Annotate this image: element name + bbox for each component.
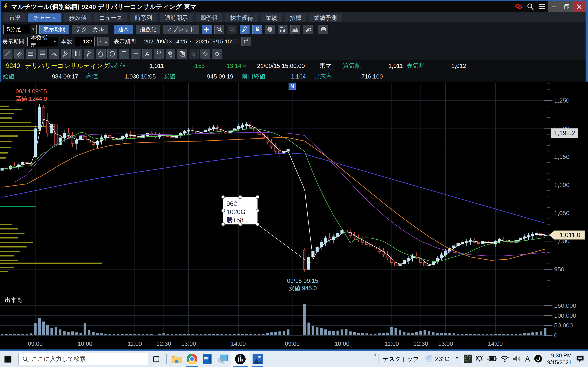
interval-dropdown[interactable]: 5分足 ▼: [3, 25, 36, 34]
tab-市況[interactable]: 市況: [4, 13, 26, 22]
hand-drag-tool-icon[interactable]: [189, 49, 199, 58]
trendline-tool-icon[interactable]: [3, 49, 12, 58]
zoom-out-icon[interactable]: [227, 25, 237, 34]
svg-text:高値 1244.0: 高値 1244.0: [15, 95, 47, 102]
led-tray-icon[interactable]: [463, 354, 472, 364]
tab-業績[interactable]: 業績: [261, 13, 282, 22]
technical-button[interactable]: テクニカル: [72, 25, 108, 34]
parallel-lines-tool-icon[interactable]: [14, 49, 24, 58]
chart-canvas[interactable]: 9501,0001,0501,1001,1501,2001,250050,000…: [0, 82, 588, 350]
count-decrement-button[interactable]: ▼: [97, 37, 103, 46]
start-button[interactable]: [0, 351, 16, 367]
bar-count-input[interactable]: 132: [75, 37, 95, 46]
desktop-toolbar-label[interactable]: デスクトップ: [383, 355, 419, 363]
period-mode-dropdown[interactable]: 本数指定 ▼: [27, 37, 58, 46]
count-increment-button[interactable]: ▲: [103, 37, 109, 46]
horizontal-lines3-tool-icon[interactable]: [26, 49, 36, 58]
tab-業績予測[interactable]: 業績予測: [309, 13, 342, 22]
zoom-in-icon[interactable]: [214, 25, 224, 34]
svg-text:950: 950: [554, 266, 564, 273]
yen-icon[interactable]: ¥: [252, 25, 262, 34]
tab-bar: 市況チャート歩み値ニュース時系列適時開示四季報株主優待業績指標業績予測: [1, 12, 586, 23]
menu-icon[interactable]: [536, 1, 548, 12]
icon-stamp-tool-icon[interactable]: icon: [154, 49, 164, 58]
svg-text:1,011.0: 1,011.0: [560, 231, 580, 239]
taskbar-separator: [166, 354, 167, 364]
snip-search-icon[interactable]: [215, 351, 231, 367]
normal-mode-button[interactable]: 通常: [114, 25, 133, 34]
text-tool-icon[interactable]: A: [142, 49, 152, 58]
stock-name: デリバリーコンサルティング: [25, 60, 109, 71]
restore-button[interactable]: [560, 1, 573, 12]
chrome-icon[interactable]: [184, 351, 200, 367]
time-marker-tool-icon[interactable]: [165, 49, 175, 58]
camera-tray-icon[interactable]: [475, 355, 484, 363]
low-value: 945 09:19: [195, 71, 233, 82]
svg-text:11:00: 11:00: [384, 341, 399, 347]
tab-チャート[interactable]: チャート: [28, 13, 61, 22]
tab-ニュース[interactable]: ニュース: [94, 13, 127, 22]
link-group-icon[interactable]: 1: [513, 1, 525, 12]
wifi-tray-icon[interactable]: [500, 355, 509, 363]
minimize-button[interactable]: [548, 1, 560, 12]
indexed-mode-button[interactable]: 指数化: [136, 25, 160, 34]
print-icon[interactable]: [319, 25, 328, 34]
horizontal-segment-tool-icon[interactable]: [131, 49, 140, 58]
prev-close-value: 1,164: [278, 71, 306, 82]
ime-letter-icon[interactable]: A: [525, 355, 530, 363]
display-period-button[interactable]: 表示期間: [39, 25, 69, 34]
clock-date: 9/15/2021: [547, 359, 572, 366]
tab-株主優待[interactable]: 株主優待: [225, 13, 258, 22]
close-button[interactable]: [573, 1, 586, 12]
tab-適時開示[interactable]: 適時開示: [160, 13, 193, 22]
file-explorer-icon[interactable]: [169, 351, 184, 367]
action-center-icon[interactable]: [576, 354, 584, 364]
pentagon-tool-icon[interactable]: [96, 49, 105, 58]
speed-lines-tool-icon[interactable]: [84, 49, 94, 58]
svg-text:1: 1: [522, 7, 523, 11]
temperature-label[interactable]: 23°C: [435, 355, 449, 363]
tab-指標[interactable]: 指標: [285, 13, 306, 22]
weather-icon[interactable]: [424, 355, 433, 364]
trading-app-icon[interactable]: R: [231, 351, 250, 367]
my-chart-icon[interactable]: MY: [278, 25, 287, 34]
axes-layer: 9501,0001,0501,1001,1501,2001,250050,000…: [0, 83, 576, 347]
copy-tool-icon[interactable]: [177, 49, 187, 58]
hidden-icons-chevron[interactable]: ^: [455, 355, 458, 363]
reload-icon[interactable]: [241, 37, 251, 46]
ime-mode-icon[interactable]: [534, 354, 543, 364]
search-icon[interactable]: [525, 1, 536, 12]
info-icon[interactable]: [265, 25, 275, 34]
task-view-button[interactable]: [148, 351, 164, 367]
svg-text:MY: MY: [280, 26, 283, 29]
tab-時系列[interactable]: 時系列: [130, 13, 157, 22]
taskbar-clock[interactable]: 9:30 PM 9/15/2021: [547, 352, 572, 366]
ellipse-tool-icon[interactable]: [107, 49, 117, 58]
mountain-chart-icon[interactable]: [290, 25, 300, 34]
volume-tray-icon[interactable]: [512, 355, 521, 363]
photos-app-icon[interactable]: [250, 351, 265, 367]
running-indicator: [252, 366, 263, 367]
tab-四季報[interactable]: 四季報: [196, 13, 223, 22]
battery-tray-icon[interactable]: [487, 355, 497, 363]
arcs-tool-icon[interactable]: [49, 49, 59, 58]
fan-lines-tool-icon[interactable]: [61, 49, 71, 58]
pencil-icon[interactable]: [240, 25, 250, 34]
crosshair-icon[interactable]: [202, 25, 212, 34]
overflow-chevron[interactable]: »: [373, 351, 376, 358]
eraser-all-tool-icon[interactable]: A: [212, 49, 222, 58]
eraser-tool-icon[interactable]: [200, 49, 210, 58]
wrench-icon[interactable]: [303, 25, 313, 34]
taskbar-separator: [379, 354, 379, 364]
chart-toolbar: 5分足 ▼ 表示期間 テクニカル 通常 指数化 スプレッド ¥ MY: [1, 23, 586, 36]
vertical-lines-tool-icon[interactable]: [72, 49, 82, 58]
rectangle-tool-icon[interactable]: [119, 49, 129, 58]
spread-mode-button[interactable]: スプレッド: [163, 25, 199, 34]
tab-歩み値[interactable]: 歩み値: [64, 13, 91, 22]
svg-text:100,000: 100,000: [554, 312, 576, 319]
calendar-app-icon[interactable]: 12:00: [200, 351, 215, 367]
horizontal-lines4-tool-icon[interactable]: [38, 49, 47, 58]
search-icon: [22, 356, 28, 362]
taskbar-search-input[interactable]: ここに入力して検索: [18, 353, 148, 365]
svg-text:50,000: 50,000: [554, 322, 573, 329]
